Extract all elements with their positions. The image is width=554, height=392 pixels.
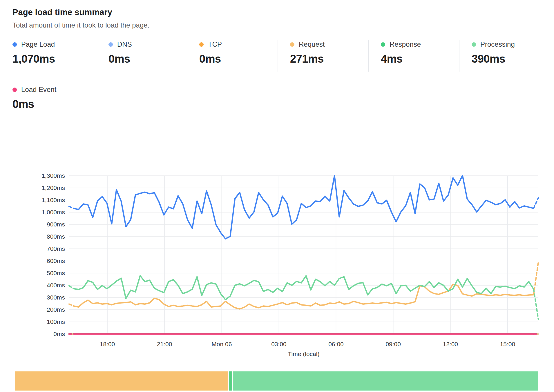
stat-label: Processing: [480, 40, 515, 48]
stat-label: Request: [299, 40, 325, 48]
stat-value: 0ms: [12, 98, 96, 110]
x-axis-tick-label: 15:00: [500, 341, 515, 347]
metrics-summary-row-2: Load Event 0ms: [12, 85, 554, 117]
y-axis-tick-label: 1,100ms: [41, 197, 65, 203]
page-title: Page load time summary: [12, 8, 554, 17]
stat-value: 271ms: [290, 53, 368, 65]
status-bar-segment-green[interactable]: [233, 371, 538, 391]
stat-tcp: TCP 0ms: [187, 40, 278, 72]
stat-page-load: Page Load 1,070ms: [12, 40, 96, 72]
timeseries-chart[interactable]: 0ms100ms200ms300ms400ms500ms600ms700ms80…: [16, 141, 544, 362]
x-axis-tick-label: 03:00: [271, 341, 287, 347]
stat-label: Page Load: [21, 40, 55, 48]
y-axis-tick-label: 1,300ms: [41, 172, 65, 179]
dns-dot-icon: [108, 42, 113, 47]
status-bar-segment-orange[interactable]: [15, 371, 228, 391]
stat-response: Response 4ms: [368, 40, 459, 72]
series-request: [74, 284, 533, 309]
x-axis-tick-label: 06:00: [328, 341, 344, 347]
y-axis-tick-label: 400ms: [47, 282, 65, 288]
stat-load-event: Load Event 0ms: [12, 85, 96, 117]
y-axis-tick-label: 1,200ms: [41, 184, 65, 191]
y-axis-tick-label: 1,000ms: [41, 209, 65, 215]
y-axis-tick-label: 700ms: [47, 245, 65, 252]
stat-label: TCP: [208, 40, 222, 48]
y-axis-tick-label: 100ms: [47, 318, 65, 325]
stat-label: DNS: [117, 40, 132, 48]
series-page-load: [69, 206, 74, 208]
x-axis-tick-label: 09:00: [385, 341, 401, 347]
stat-value: 1,070ms: [12, 53, 96, 65]
stat-request: Request 271ms: [278, 40, 368, 72]
stat-value: 4ms: [381, 53, 459, 65]
y-axis-tick-label: 300ms: [47, 294, 65, 301]
x-axis-tick-label: 21:00: [157, 341, 172, 347]
page-load-summary-panel: Page load time summary Total amount of t…: [0, 0, 554, 391]
series-processing: [534, 289, 538, 319]
stat-value: 0ms: [108, 53, 187, 65]
request-dot-icon: [290, 42, 294, 47]
x-axis-tick-label: 18:00: [100, 341, 115, 347]
stat-dns: DNS 0ms: [96, 40, 187, 72]
stat-label: Load Event: [21, 86, 56, 94]
load-event-dot-icon: [12, 88, 17, 92]
y-axis-tick-label: 600ms: [47, 257, 65, 264]
stat-label: Response: [390, 40, 421, 48]
series-page-load: [74, 175, 533, 239]
series-processing: [74, 276, 533, 300]
status-bar: [15, 371, 538, 391]
chart-container: 0ms100ms200ms300ms400ms500ms600ms700ms80…: [16, 141, 544, 364]
page-subtitle: Total amount of time it took to load the…: [12, 21, 554, 29]
metrics-summary-row: Page Load 1,070ms DNS 0ms TCP 0ms Reques…: [12, 40, 554, 72]
x-axis-tick-label: 12:00: [443, 341, 458, 347]
response-dot-icon: [381, 42, 385, 47]
stat-value: 0ms: [199, 53, 278, 65]
status-bar-segment-green-sliver[interactable]: [229, 371, 232, 391]
y-axis-tick-label: 0ms: [53, 331, 65, 337]
stat-processing: Processing 390ms: [459, 40, 552, 72]
x-axis-title: Time (local): [288, 351, 320, 357]
stat-value: 390ms: [472, 53, 552, 65]
processing-dot-icon: [472, 42, 476, 47]
tcp-dot-icon: [199, 42, 204, 47]
y-axis-tick-label: 200ms: [47, 306, 65, 313]
y-axis-tick-label: 500ms: [47, 270, 65, 276]
y-axis-tick-label: 800ms: [47, 233, 65, 240]
series-processing: [69, 286, 74, 289]
y-axis-tick-label: 900ms: [47, 221, 65, 228]
page-load-dot-icon: [12, 42, 17, 47]
series-page-load: [534, 198, 538, 208]
series-request: [69, 304, 74, 306]
x-axis-tick-label: Mon 06: [211, 341, 232, 347]
